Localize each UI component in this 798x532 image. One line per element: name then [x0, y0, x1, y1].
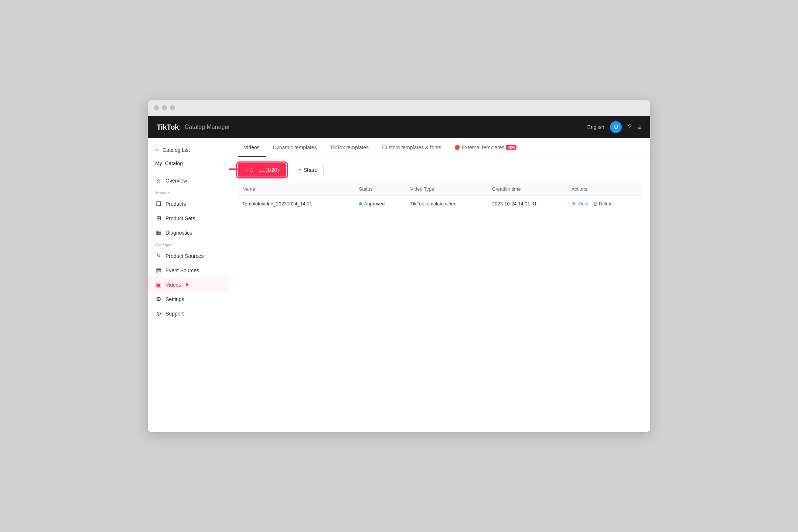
back-arrow-icon: ↩	[155, 147, 160, 153]
catalog-name: My_Catalog	[148, 157, 229, 169]
language-button[interactable]: English	[587, 124, 604, 130]
product-sets-label: Product Sets	[166, 215, 195, 221]
table-container: Name Status Video Type Creation time Act…	[229, 183, 650, 432]
external-templates-icon: 🔴	[454, 145, 460, 150]
status-approved: Approved	[359, 201, 402, 207]
product-sources-label: Product Sources	[166, 253, 204, 259]
event-sources-icon: ▤	[155, 267, 162, 274]
tab-tiktok-templates-label: TikTok templates	[330, 144, 369, 150]
toolbar-section: + Create(1/20) ↗ Share	[229, 157, 650, 183]
support-icon: ⊙	[155, 310, 162, 317]
event-sources-label: Event Sources	[166, 267, 199, 273]
view-label: View	[578, 201, 588, 207]
table-header-row: Name Status Video Type Creation time Act…	[238, 183, 641, 196]
cell-actions: 👁 View 🗑 Delete	[567, 196, 641, 212]
tab-dynamic-templates[interactable]: Dynamic templates	[267, 138, 323, 157]
logo: TikTok:	[157, 123, 181, 132]
sidebar-item-product-sources[interactable]: ✎ Product Sources	[148, 249, 229, 263]
delete-label: Delete	[599, 201, 613, 207]
videos-table: Name Status Video Type Creation time Act…	[238, 183, 641, 212]
settings-label: Settings	[166, 296, 184, 302]
hamburger-icon: ≡	[637, 123, 641, 131]
manage-section-label: Manage	[148, 188, 229, 197]
content-area: Videos Dynamic templates TikTok template…	[229, 138, 650, 432]
cell-creation-time: 2023-10-24 14:01:31	[488, 196, 567, 212]
sidebar-item-products[interactable]: ☐ Products	[148, 197, 229, 211]
tab-custom-templates[interactable]: Custom templates & fonts	[376, 138, 447, 157]
sidebar-item-product-sets[interactable]: ⊞ Product Sets	[148, 211, 229, 225]
share-icon: ↗	[297, 167, 301, 173]
sidebar-item-overview[interactable]: ⌂ Overview	[148, 174, 229, 188]
cell-status: Approved	[355, 196, 406, 212]
videos-active-dot	[186, 283, 188, 286]
sidebar-item-diagnostics[interactable]: ▦ Diagnostics	[148, 225, 229, 240]
tab-custom-templates-label: Custom templates & fonts	[382, 144, 441, 150]
diagnostics-icon: ▦	[155, 229, 162, 236]
settings-icon: ⚙	[155, 296, 162, 303]
sidebar-item-support[interactable]: ⊙ Support	[148, 306, 229, 321]
tabs-bar: Videos Dynamic templates TikTok template…	[229, 138, 650, 157]
eye-icon: 👁	[572, 201, 576, 207]
actions-cell: 👁 View 🗑 Delete	[572, 201, 637, 207]
sidebar-item-videos[interactable]: ▣ Videos	[148, 277, 229, 292]
status-text: Approved	[364, 201, 385, 207]
create-button[interactable]: + Create(1/20)	[238, 163, 286, 177]
col-actions: Actions	[567, 183, 641, 196]
traffic-light-minimize[interactable]	[162, 105, 167, 110]
traffic-light-maximize[interactable]	[170, 105, 175, 110]
logo-dot: :	[179, 123, 181, 131]
videos-label: Videos	[166, 282, 181, 288]
tab-videos[interactable]: Videos	[238, 138, 266, 157]
menu-button[interactable]: ≡	[637, 123, 641, 131]
trash-icon: 🗑	[593, 201, 597, 207]
cell-video-type: TikTok template video	[406, 196, 488, 212]
diagnostics-label: Diagnostics	[166, 230, 192, 236]
sidebar-item-settings[interactable]: ⚙ Settings	[148, 292, 229, 306]
new-badge: NEW	[506, 145, 516, 150]
help-button[interactable]: ?	[628, 123, 631, 131]
configure-section-label: Configure	[148, 240, 229, 249]
tab-tiktok-templates[interactable]: TikTok templates	[324, 138, 375, 157]
share-button[interactable]: ↗ Share	[291, 164, 324, 176]
logo-catalog-text: Catalog Manager	[185, 124, 230, 130]
share-label: Share	[304, 167, 317, 173]
tab-external-templates-label: External templates	[461, 144, 504, 150]
app-window: TikTok: Catalog Manager English U ? ≡ ↩	[148, 100, 650, 432]
tab-dynamic-templates-label: Dynamic templates	[273, 144, 317, 150]
table-row: Templatevideo_20231024_14:01 Approved Ti…	[238, 196, 641, 212]
logo-tiktok-text: TikTok	[157, 123, 179, 131]
catalog-list-button[interactable]: ↩ Catalog List	[148, 144, 229, 156]
products-label: Products	[166, 201, 186, 207]
videos-icon: ▣	[155, 281, 162, 288]
view-button[interactable]: 👁 View	[572, 201, 588, 207]
topnav-left: TikTok: Catalog Manager	[157, 123, 230, 132]
product-sources-icon: ✎	[155, 252, 162, 259]
catalog-list-label: Catalog List	[163, 147, 190, 153]
products-icon: ☐	[155, 200, 162, 207]
col-video-type: Video Type	[406, 183, 488, 196]
support-label: Support	[166, 311, 184, 317]
help-icon: ?	[628, 123, 631, 131]
app-container: TikTok: Catalog Manager English U ? ≡ ↩	[148, 116, 650, 432]
tab-external-templates[interactable]: 🔴 External templates NEW	[449, 138, 522, 157]
home-icon: ⌂	[155, 177, 162, 184]
col-status: Status	[355, 183, 406, 196]
status-dot-approved	[359, 202, 362, 205]
col-creation-time: Creation time	[488, 183, 567, 196]
avatar[interactable]: U	[610, 121, 622, 133]
sidebar-item-event-sources[interactable]: ▤ Event Sources	[148, 263, 229, 277]
delete-button[interactable]: 🗑 Delete	[593, 201, 613, 207]
traffic-light-close[interactable]	[154, 105, 159, 110]
overview-label: Overview	[166, 178, 187, 184]
topnav: TikTok: Catalog Manager English U ? ≡	[148, 116, 650, 138]
product-sets-icon: ⊞	[155, 215, 162, 222]
topnav-right: English U ? ≡	[587, 121, 641, 133]
main-layout: ↩ Catalog List My_Catalog ⌂ Overview Man…	[148, 138, 650, 432]
titlebar	[148, 100, 650, 116]
sidebar: ↩ Catalog List My_Catalog ⌂ Overview Man…	[148, 138, 229, 432]
col-name: Name	[238, 183, 355, 196]
tab-videos-label: Videos	[244, 144, 260, 150]
toolbar: + Create(1/20) ↗ Share	[229, 157, 650, 183]
cell-name: Templatevideo_20231024_14:01	[238, 196, 355, 212]
